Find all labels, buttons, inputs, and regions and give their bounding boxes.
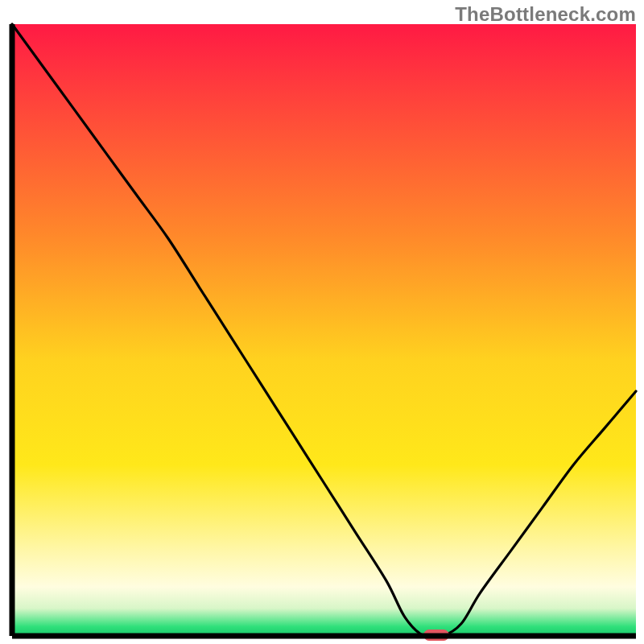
watermark-text: TheBottleneck.com xyxy=(455,3,636,26)
bottleneck-chart xyxy=(0,0,644,644)
plot-gradient-background xyxy=(12,24,636,636)
chart-container: TheBottleneck.com xyxy=(0,0,644,644)
